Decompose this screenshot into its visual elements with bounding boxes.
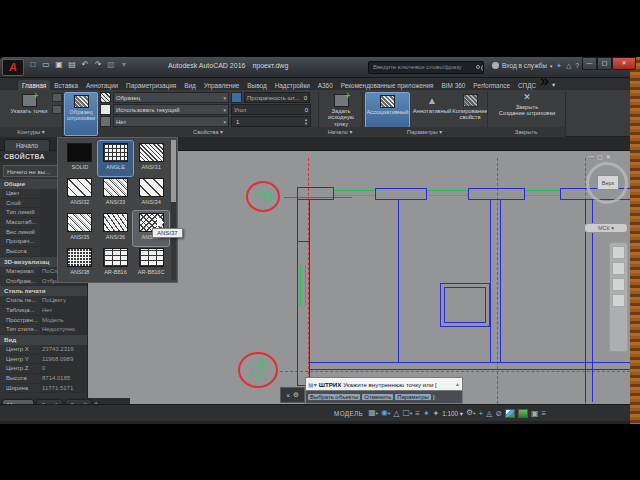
lineweight-icon[interactable]: ≡ — [415, 408, 420, 420]
wall-pier-2[interactable] — [375, 188, 427, 200]
ribbon-tab-a360[interactable]: A360 — [314, 80, 337, 90]
signin-button[interactable]: Вход в службы ▾ — [492, 62, 552, 69]
axis-bubble-top[interactable] — [246, 181, 280, 212]
ribbon-tab-вывод[interactable]: Вывод — [243, 80, 270, 90]
property-row[interactable]: Тип стиля...Недоступно — [0, 325, 87, 335]
property-row[interactable]: Высота8714.0185 — [0, 374, 87, 384]
hardware-accel-icon[interactable] — [518, 409, 528, 418]
crosshair-icon[interactable]: + — [478, 408, 483, 420]
minimize-button[interactable]: — — [582, 57, 597, 70]
property-row[interactable]: Центр X23743.2319 — [0, 345, 87, 355]
gallery-item-ansi38[interactable]: ANSI38 — [62, 246, 98, 281]
recent-commands-icon[interactable]: ▲ — [455, 381, 460, 387]
zoom-icon[interactable] — [612, 278, 625, 291]
property-value[interactable]: 11771.5171 — [40, 384, 87, 393]
layer-swatch[interactable] — [100, 116, 111, 127]
command-option-отменить[interactable]: Отменить — [362, 394, 393, 400]
none-dropdown[interactable]: Нет▾ — [113, 116, 229, 127]
gallery-item-solid[interactable]: SOLID — [62, 141, 98, 176]
viewport-restore-icon[interactable]: ▢ — [597, 153, 603, 160]
commandline-close-icon[interactable]: × — [286, 392, 290, 399]
graphics-performance-icon[interactable] — [505, 409, 515, 418]
property-row[interactable]: Простран...Модель — [0, 316, 87, 326]
transparency-field[interactable]: Прозрачность шт... 0 — [244, 92, 310, 103]
hatch-color-swatch[interactable] — [231, 92, 242, 103]
property-row[interactable]: Центр Y11968.0989 — [0, 355, 87, 365]
gallery-item-ansi35[interactable]: ANSI35 — [62, 211, 98, 246]
customize-icon[interactable]: ≡ — [542, 408, 547, 420]
window-top-1[interactable] — [334, 190, 375, 196]
plot-icon[interactable]: ▤ — [67, 60, 77, 69]
property-value[interactable]: 8714.0185 — [40, 374, 87, 383]
orbit-icon[interactable] — [612, 294, 625, 307]
associative-button[interactable]: Ассоциативный — [365, 92, 410, 128]
panel-options[interactable]: Параметры ▾ — [362, 127, 487, 137]
gallery-scrollbar[interactable] — [171, 140, 176, 280]
annotation-monitor-icon[interactable]: ◬ — [486, 408, 492, 420]
pan-icon[interactable] — [612, 262, 625, 275]
property-value[interactable]: ПоЦвету — [40, 296, 87, 305]
axis-bubble-bottom[interactable] — [238, 352, 278, 388]
viewport-minimize-icon[interactable]: — — [588, 153, 594, 160]
set-origin-button[interactable]: + Задать исходную точку — [321, 92, 361, 127]
property-value[interactable]: 11968.0989 — [40, 355, 87, 364]
wall-left-lower[interactable] — [297, 310, 310, 386]
autoscale-icon[interactable]: ✦ — [433, 408, 440, 420]
hatch-pattern-button[interactable]: Образец штриховки — [64, 92, 98, 136]
ribbon-tab-спдс[interactable]: СПДС — [514, 80, 540, 90]
pick-points-button[interactable]: + Указать точки — [6, 92, 52, 114]
command-option-параметры[interactable]: Параметры — [395, 394, 430, 400]
gallery-item-ansi33[interactable]: ANSI33 — [98, 176, 134, 211]
wall-interior-1[interactable] — [398, 200, 399, 362]
room-outline-inner[interactable] — [444, 287, 486, 323]
command-option-выбрать-объекты[interactable]: Выбрать объекты — [308, 394, 360, 400]
qat-dropdown-icon[interactable]: ▾ — [119, 60, 129, 69]
model-space-label[interactable]: МОДЕЛЬ — [334, 410, 363, 417]
selection-cycling-icon[interactable]: ▢▾ — [402, 407, 412, 420]
start-file-tab[interactable]: Начало — [4, 139, 50, 151]
gallery-item-angle[interactable]: ANGLE — [98, 141, 134, 176]
match-properties-button[interactable]: Копирование свойств — [453, 92, 487, 121]
navigation-bar[interactable] — [609, 242, 628, 352]
window-left[interactable] — [300, 265, 306, 306]
workspace-gear-icon[interactable]: ⚙▾ — [466, 407, 475, 420]
snap-icon[interactable]: ◉▾ — [381, 407, 390, 420]
isodraft-icon[interactable]: △ — [393, 408, 399, 420]
help-icon[interactable]: ? — [575, 62, 579, 70]
property-value[interactable]: Недоступно — [40, 325, 87, 334]
panel-origin[interactable]: Начало ▾ — [318, 127, 362, 137]
tab-panel-toggle-icon[interactable]: ▾ — [549, 79, 558, 90]
undo-icon[interactable]: ↶ — [80, 60, 90, 69]
ribbon-tab-рекомендованные-приложения[interactable]: Рекомендованные приложения — [337, 80, 438, 90]
ribbon-tab-bim-360[interactable]: BIM 360 — [438, 80, 470, 90]
property-row[interactable]: Таблица...Нет — [0, 306, 87, 316]
property-value[interactable]: Нет — [40, 306, 87, 315]
exchange-apps-icon[interactable]: ✦ — [556, 62, 562, 70]
palette-section-header[interactable]: Вид — [0, 335, 87, 345]
application-menu-button[interactable]: A — [2, 59, 24, 76]
ribbon-tab-вставка[interactable]: Вставка — [50, 80, 82, 90]
annotation-scale-dropdown[interactable]: 1:100 ▾ — [442, 410, 463, 417]
ribbon-tab-performance[interactable]: Performance — [469, 80, 514, 90]
commandline-prompt[interactable]: ▤▾ ШТРИХ Укажите внутреннюю точку или [ … — [305, 377, 463, 391]
property-value[interactable]: Модель — [40, 316, 87, 325]
wall-interior-2[interactable] — [490, 200, 501, 362]
viewcube-top-face[interactable]: Верх — [597, 175, 619, 190]
panel-properties[interactable]: Свойства ▾ — [98, 127, 318, 137]
wall-corner-column[interactable] — [297, 200, 310, 242]
ribbon-tab-главная[interactable]: Главная — [18, 80, 50, 90]
background-color-swatch[interactable] — [100, 104, 111, 115]
close-button[interactable]: ✕ — [612, 57, 636, 70]
wall-bottom[interactable] — [309, 362, 630, 370]
pattern-type-dropdown[interactable]: Образец▾ — [113, 92, 229, 103]
ribbon-tab-вид[interactable]: Вид — [180, 80, 200, 90]
search-input[interactable]: Введите ключевое слово/фразу — [368, 61, 484, 74]
window-top-3[interactable] — [525, 190, 560, 196]
viewport-close-icon[interactable]: ✕ — [606, 153, 611, 160]
window-top-2[interactable] — [427, 190, 468, 196]
ribbon-tab-управление[interactable]: Управление — [200, 80, 244, 90]
gallery-item-ansi34[interactable]: ANSI34 — [133, 176, 169, 211]
annotation-visibility-icon[interactable]: ✦ — [423, 408, 430, 420]
panel-contours[interactable]: Контуры ▾ — [0, 127, 62, 137]
wall-pier-1[interactable] — [297, 187, 334, 200]
